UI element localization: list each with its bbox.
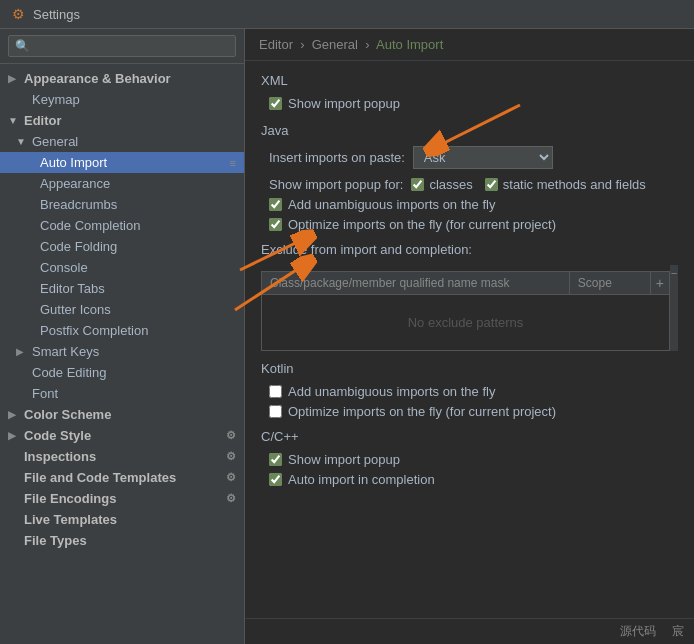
sidebar-item-file-types[interactable]: File Types: [0, 530, 244, 551]
sidebar-item-console[interactable]: Console: [0, 257, 244, 278]
footer: 源代码 宸: [245, 618, 694, 644]
sidebar-item-label: Code Folding: [40, 239, 117, 254]
kotlin-section: Kotlin Add unambiguous imports on the fl…: [261, 361, 678, 419]
badge-icon: ⚙: [226, 492, 236, 505]
add-unambiguous-row: Add unambiguous imports on the fly: [261, 197, 678, 212]
sidebar-item-label: Color Scheme: [24, 407, 111, 422]
xml-show-import-popup-checkbox[interactable]: [269, 97, 282, 110]
add-unambiguous-checkbox[interactable]: [269, 198, 282, 211]
sidebar-item-keymap[interactable]: Keymap: [0, 89, 244, 110]
sidebar: ▶ Appearance & Behavior Keymap ▼ Editor …: [0, 29, 245, 644]
sidebar-item-code-editing[interactable]: Code Editing: [0, 362, 244, 383]
sidebar-item-auto-import[interactable]: Auto Import ≡: [0, 152, 244, 173]
sidebar-item-label: Font: [32, 386, 58, 401]
sidebar-item-label: Console: [40, 260, 88, 275]
kotlin-optimize-text: Optimize imports on the fly (for current…: [288, 404, 556, 419]
arrow-icon: ▼: [8, 115, 20, 126]
sidebar-item-postfix-completion[interactable]: Postfix Completion: [0, 320, 244, 341]
kotlin-add-unambiguous-row: Add unambiguous imports on the fly: [261, 384, 678, 399]
badge-icon: ⚙: [226, 471, 236, 484]
kotlin-add-unambiguous-checkbox[interactable]: [269, 385, 282, 398]
sidebar-item-label: File Types: [24, 533, 87, 548]
show-popup-for-row: Show import popup for: classes static me…: [261, 177, 678, 192]
arrow-icon: ▶: [8, 430, 20, 441]
sidebar-item-gutter-icons[interactable]: Gutter Icons: [0, 299, 244, 320]
sidebar-item-label: Editor Tabs: [40, 281, 105, 296]
cpp-auto-import-label[interactable]: Auto import in completion: [269, 472, 435, 487]
footer-label1: 源代码: [620, 623, 656, 640]
sidebar-item-live-templates[interactable]: Live Templates: [0, 509, 244, 530]
sidebar-item-label: Smart Keys: [32, 344, 99, 359]
exclude-col-main: Class/package/member qualified name mask: [262, 272, 570, 294]
sidebar-item-label: Editor: [24, 113, 62, 128]
sidebar-item-file-encodings[interactable]: File Encodings ⚙: [0, 488, 244, 509]
search-input[interactable]: [8, 35, 236, 57]
sidebar-item-editor-tabs[interactable]: Editor Tabs: [0, 278, 244, 299]
java-section-title: Java: [261, 123, 678, 138]
optimize-imports-row: Optimize imports on the fly (for current…: [261, 217, 678, 232]
cpp-section: C/C++ Show import popup Auto import in c…: [261, 429, 678, 487]
classes-checkbox[interactable]: [411, 178, 424, 191]
breadcrumb-current: Auto Import: [376, 37, 443, 52]
sidebar-item-font[interactable]: Font: [0, 383, 244, 404]
exclude-section: Exclude from import and completion: Clas…: [261, 242, 678, 351]
title-bar-text: Settings: [33, 7, 80, 22]
sidebar-item-code-completion[interactable]: Code Completion: [0, 215, 244, 236]
show-popup-for-label: Show import popup for:: [269, 177, 403, 192]
sidebar-item-appearance[interactable]: Appearance: [0, 173, 244, 194]
add-unambiguous-label[interactable]: Add unambiguous imports on the fly: [269, 197, 495, 212]
badge-icon: ⚙: [226, 429, 236, 442]
minus-icon: −: [671, 267, 677, 279]
sidebar-item-color-scheme[interactable]: ▶ Color Scheme: [0, 404, 244, 425]
sidebar-item-code-style[interactable]: ▶ Code Style ⚙: [0, 425, 244, 446]
xml-show-import-popup-text: Show import popup: [288, 96, 400, 111]
sidebar-item-editor[interactable]: ▼ Editor: [0, 110, 244, 131]
exclude-col-scope: Scope: [570, 272, 650, 294]
sidebar-item-label: General: [32, 134, 78, 149]
add-unambiguous-text: Add unambiguous imports on the fly: [288, 197, 495, 212]
cpp-show-import-popup-row: Show import popup: [261, 452, 678, 467]
xml-section-title: XML: [261, 73, 678, 88]
title-bar: ⚙ Settings: [0, 0, 694, 29]
cpp-section-title: C/C++: [261, 429, 678, 444]
sidebar-tree: ▶ Appearance & Behavior Keymap ▼ Editor …: [0, 64, 244, 644]
sidebar-item-label: Keymap: [32, 92, 80, 107]
exclude-add-button[interactable]: +: [650, 272, 669, 294]
insert-imports-label: Insert imports on paste:: [269, 150, 405, 165]
content-body: XML Show import popup Java Insert import…: [245, 61, 694, 618]
cpp-auto-import-checkbox[interactable]: [269, 473, 282, 486]
optimize-imports-text: Optimize imports on the fly (for current…: [288, 217, 556, 232]
sidebar-item-code-folding[interactable]: Code Folding: [0, 236, 244, 257]
kotlin-section-title: Kotlin: [261, 361, 678, 376]
optimize-imports-checkbox[interactable]: [269, 218, 282, 231]
kotlin-add-unambiguous-label[interactable]: Add unambiguous imports on the fly: [269, 384, 495, 399]
exclude-table-wrapper: Class/package/member qualified name mask…: [261, 265, 678, 351]
sidebar-item-label: Appearance & Behavior: [24, 71, 171, 86]
cpp-show-import-popup-label[interactable]: Show import popup: [269, 452, 400, 467]
sidebar-item-label: Code Style: [24, 428, 91, 443]
insert-imports-row: Insert imports on paste: Ask Always Neve…: [261, 146, 678, 169]
cpp-show-import-popup-checkbox[interactable]: [269, 453, 282, 466]
sidebar-item-inspections[interactable]: Inspections ⚙: [0, 446, 244, 467]
sidebar-item-smart-keys[interactable]: ▶ Smart Keys: [0, 341, 244, 362]
sidebar-item-label: Inspections: [24, 449, 96, 464]
sidebar-item-label: Appearance: [40, 176, 110, 191]
kotlin-optimize-checkbox[interactable]: [269, 405, 282, 418]
exclude-header: Class/package/member qualified name mask…: [262, 272, 669, 295]
sidebar-item-label: Gutter Icons: [40, 302, 111, 317]
sidebar-item-breadcrumbs[interactable]: Breadcrumbs: [0, 194, 244, 215]
sidebar-item-file-code-templates[interactable]: File and Code Templates ⚙: [0, 467, 244, 488]
kotlin-optimize-label[interactable]: Optimize imports on the fly (for current…: [269, 404, 556, 419]
badge-icon: ≡: [230, 157, 236, 169]
optimize-imports-label[interactable]: Optimize imports on the fly (for current…: [269, 217, 556, 232]
classes-checkbox-label[interactable]: classes: [411, 177, 472, 192]
sidebar-item-label: File and Code Templates: [24, 470, 176, 485]
sidebar-item-label: Code Completion: [40, 218, 140, 233]
insert-imports-dropdown[interactable]: Ask Always Never: [413, 146, 553, 169]
xml-show-import-popup-label[interactable]: Show import popup: [269, 96, 400, 111]
sidebar-item-appearance-behavior[interactable]: ▶ Appearance & Behavior: [0, 68, 244, 89]
static-methods-checkbox[interactable]: [485, 178, 498, 191]
sidebar-item-general[interactable]: ▼ General: [0, 131, 244, 152]
no-patterns-text: No exclude patterns: [408, 315, 524, 330]
static-methods-checkbox-label[interactable]: static methods and fields: [485, 177, 646, 192]
